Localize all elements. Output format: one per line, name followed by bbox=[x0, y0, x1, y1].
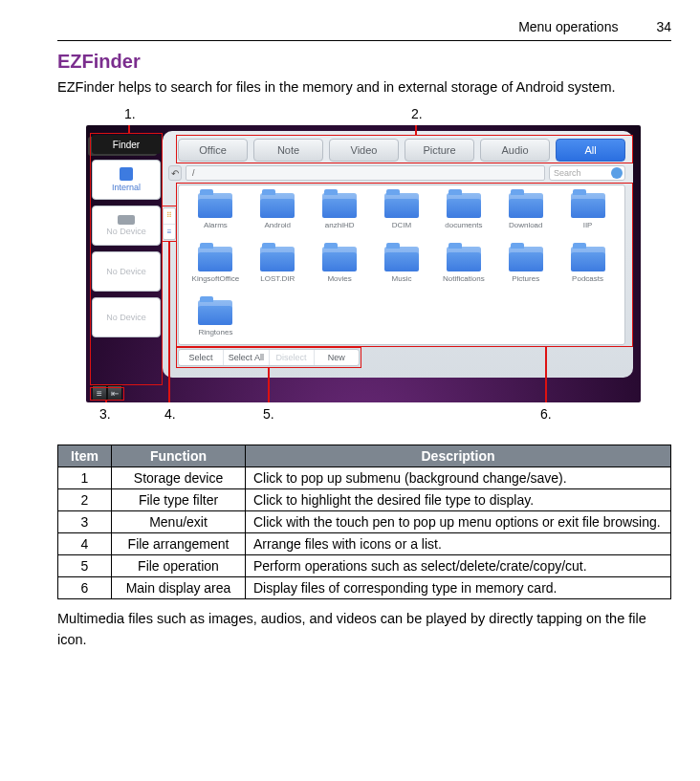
folder-icon bbox=[384, 193, 419, 218]
folder-icon bbox=[447, 193, 481, 218]
callouts-top: 1. 2. bbox=[57, 106, 671, 123]
arrangement-toggle[interactable]: ⠿ ≡ bbox=[163, 207, 176, 240]
ezfinder-screenshot: Finder Internal No Device No Device No D… bbox=[86, 125, 641, 402]
back-button[interactable]: ↶ bbox=[168, 165, 182, 181]
th-description: Description bbox=[246, 445, 671, 467]
folder-item[interactable]: Download bbox=[496, 191, 555, 243]
function-table: Item Function Description 1Storage devic… bbox=[57, 445, 671, 599]
storage-label: No Device bbox=[106, 267, 146, 276]
intro-text: EZFinder helps to search for files in th… bbox=[57, 76, 671, 98]
folder-icon bbox=[322, 193, 357, 218]
file-operations: Select Select All Diselect New bbox=[178, 349, 360, 366]
folder-item[interactable]: KingsoftOffice bbox=[186, 245, 245, 296]
folder-icon bbox=[509, 193, 543, 218]
storage-usb[interactable]: No Device bbox=[92, 206, 161, 246]
table-row: 4File arrangementArrange files with icon… bbox=[58, 533, 671, 555]
table-row: 5File operationPerform operations such a… bbox=[58, 555, 671, 577]
folder-icon bbox=[322, 247, 357, 271]
storage-slot-4[interactable]: No Device bbox=[92, 297, 161, 337]
storage-label: No Device bbox=[106, 313, 146, 322]
menu-button[interactable]: ≡ bbox=[92, 385, 107, 401]
filter-picture[interactable]: Picture bbox=[405, 139, 474, 162]
list-view-button[interactable]: ≡ bbox=[164, 224, 175, 240]
path-display[interactable]: / bbox=[186, 165, 545, 181]
table-row: 1Storage deviceClick to pop up submenu (… bbox=[58, 467, 671, 489]
menu-exit-bar: ≡ ⇤ bbox=[92, 385, 122, 401]
page-title: EZFinder bbox=[57, 51, 671, 73]
callouts-bottom: 3. 4. 5. 6. bbox=[57, 406, 671, 427]
folder-icon bbox=[509, 247, 543, 271]
callout-line bbox=[128, 125, 130, 133]
folder-icon bbox=[447, 247, 481, 271]
folder-icon bbox=[571, 193, 605, 218]
callout-5: 5. bbox=[263, 406, 274, 422]
folder-icon bbox=[260, 193, 295, 218]
folder-item[interactable]: documents bbox=[434, 191, 492, 243]
filter-note[interactable]: Note bbox=[253, 139, 323, 162]
callout-line bbox=[105, 401, 107, 402]
list-icon: ≡ bbox=[167, 228, 172, 236]
folder-item[interactable]: Pictures bbox=[496, 245, 555, 296]
grid-icon: ⠿ bbox=[166, 214, 172, 218]
callout-4: 4. bbox=[164, 406, 176, 422]
op-select-all[interactable]: Select All bbox=[223, 350, 268, 365]
search-icon bbox=[611, 167, 623, 179]
storage-label: Internal bbox=[112, 183, 141, 192]
table-header-row: Item Function Description bbox=[58, 445, 671, 467]
folder-item[interactable]: Notifications bbox=[434, 245, 492, 296]
op-new[interactable]: New bbox=[314, 350, 359, 365]
outro-text: Multimedia files such as images, audios,… bbox=[57, 609, 671, 651]
exit-button[interactable]: ⇤ bbox=[107, 385, 122, 401]
filter-all[interactable]: All bbox=[556, 139, 625, 162]
header-section: Menu operations bbox=[518, 19, 618, 34]
icon-view-button[interactable]: ⠿ bbox=[164, 208, 175, 224]
folder-item[interactable]: Android bbox=[249, 191, 307, 243]
folder-item[interactable]: anzhiHD bbox=[311, 191, 369, 243]
callout-1: 1. bbox=[124, 106, 136, 121]
folder-icon bbox=[260, 247, 295, 271]
folder-item[interactable]: Movies bbox=[311, 245, 369, 296]
header-page-number: 34 bbox=[656, 19, 671, 34]
folder-item[interactable]: LOST.DIR bbox=[249, 245, 307, 296]
storage-internal[interactable]: Internal bbox=[92, 160, 161, 200]
storage-label: No Device bbox=[106, 227, 146, 236]
finder-tab[interactable]: Finder bbox=[92, 135, 161, 154]
sd-card-icon bbox=[120, 167, 133, 181]
search-input[interactable]: Search bbox=[549, 165, 625, 181]
sidebar: Finder Internal No Device No Device No D… bbox=[92, 135, 161, 385]
op-deselect[interactable]: Diselect bbox=[269, 350, 314, 365]
search-placeholder: Search bbox=[554, 168, 581, 178]
folder-item[interactable]: DCIM bbox=[373, 191, 431, 243]
folder-icon bbox=[571, 247, 605, 271]
callout-3: 3. bbox=[99, 406, 111, 422]
file-grid: Alarms Android anzhiHD DCIM documents Do… bbox=[178, 184, 625, 345]
usb-icon bbox=[118, 215, 135, 225]
callout-2: 2. bbox=[411, 106, 423, 121]
th-function: Function bbox=[112, 445, 246, 467]
folder-icon bbox=[198, 247, 232, 271]
op-select[interactable]: Select bbox=[179, 350, 223, 365]
filter-video[interactable]: Video bbox=[329, 139, 399, 162]
folder-item[interactable]: Music bbox=[373, 245, 431, 296]
table-row: 2File type filterClick to highlight the … bbox=[58, 489, 671, 511]
page-header: Menu operations 34 bbox=[57, 19, 671, 41]
table-row: 3Menu/exitClick with the touch pen to po… bbox=[58, 511, 671, 533]
storage-slot-3[interactable]: No Device bbox=[92, 251, 161, 292]
file-type-filters: Office Note Video Picture Audio All bbox=[178, 139, 625, 162]
folder-icon bbox=[384, 247, 419, 271]
filter-audio[interactable]: Audio bbox=[480, 139, 550, 162]
table-row: 6Main display areaDisplay files of corre… bbox=[58, 577, 671, 599]
callout-6: 6. bbox=[540, 406, 552, 422]
folder-item[interactable]: Podcasts bbox=[558, 245, 617, 296]
folder-item[interactable]: Alarms bbox=[186, 191, 245, 243]
th-item: Item bbox=[58, 445, 112, 467]
path-row: ↶ / Search bbox=[168, 165, 625, 181]
folder-item[interactable]: IIP bbox=[558, 191, 617, 243]
filter-office[interactable]: Office bbox=[178, 139, 248, 162]
folder-item[interactable]: Ringtones bbox=[186, 298, 245, 350]
folder-icon bbox=[198, 193, 232, 218]
folder-icon bbox=[198, 300, 232, 325]
